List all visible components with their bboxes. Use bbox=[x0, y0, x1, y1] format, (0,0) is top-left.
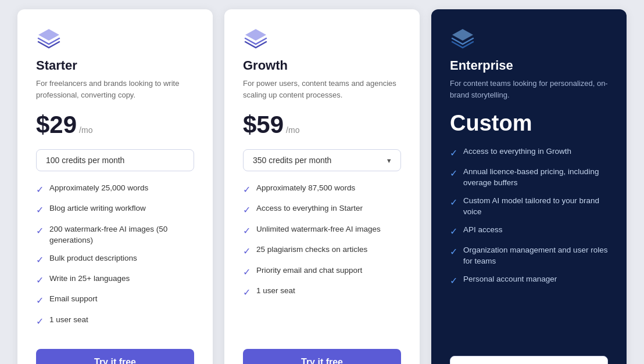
feature-text: Blog article writing workflow bbox=[49, 203, 146, 214]
check-icon: ✓ bbox=[450, 275, 457, 287]
check-icon: ✓ bbox=[36, 274, 44, 287]
check-icon: ✓ bbox=[36, 225, 44, 237]
growth-icon bbox=[243, 28, 269, 49]
check-icon: ✓ bbox=[450, 147, 457, 160]
feature-text: Unlimited watermark-free AI images bbox=[256, 224, 381, 235]
check-icon: ✓ bbox=[243, 286, 251, 299]
list-item: ✓Blog article writing workflow bbox=[36, 203, 194, 217]
growth-features-list: ✓Approximately 87,500 words✓Access to ev… bbox=[243, 183, 401, 335]
feature-text: Access to everything in Growth bbox=[463, 146, 571, 157]
check-icon: ✓ bbox=[36, 183, 44, 196]
enterprise-price-container: Custom bbox=[450, 111, 608, 136]
feature-text: Custom AI model tailored to your brand v… bbox=[463, 196, 608, 218]
growth-name: Growth bbox=[243, 58, 401, 73]
check-icon: ✓ bbox=[243, 266, 251, 279]
enterprise-icon bbox=[450, 28, 475, 49]
list-item: ✓Personal account manager bbox=[450, 274, 608, 287]
enterprise-desc: For content teams looking for personaliz… bbox=[450, 78, 608, 100]
chevron-down-icon: ▾ bbox=[387, 156, 391, 165]
starter-price-container: $29/mo bbox=[36, 111, 194, 139]
starter-credits-box: 100 credits per month bbox=[36, 149, 194, 171]
feature-text: Priority email and chat support bbox=[256, 265, 362, 276]
feature-text: Approximately 87,500 words bbox=[256, 183, 355, 194]
list-item: ✓25 plagiarism checks on articles bbox=[243, 244, 401, 258]
growth-price-container: $59/mo bbox=[243, 111, 401, 139]
enterprise-cta-button[interactable]: Book a demo bbox=[450, 356, 608, 364]
enterprise-price-amount: Custom bbox=[450, 111, 532, 136]
growth-credits-dropdown[interactable]: 350 credits per month▾ bbox=[243, 149, 401, 171]
feature-text: Bulk product descriptions bbox=[49, 253, 137, 264]
list-item: ✓1 user seat bbox=[36, 315, 194, 328]
list-item: ✓Access to everything in Growth bbox=[450, 146, 608, 160]
list-item: ✓Write in 25+ languages bbox=[36, 273, 194, 287]
feature-text: API access bbox=[463, 225, 503, 236]
check-icon: ✓ bbox=[243, 204, 251, 217]
feature-text: Write in 25+ languages bbox=[49, 273, 130, 284]
enterprise-features-list: ✓Access to everything in Growth✓Annual l… bbox=[450, 146, 608, 342]
feature-text: Email support bbox=[49, 294, 98, 305]
list-item: ✓1 user seat bbox=[243, 286, 401, 299]
list-item: ✓Approximately 87,500 words bbox=[243, 183, 401, 196]
check-icon: ✓ bbox=[450, 196, 457, 209]
feature-text: Annual licence-based pricing, including … bbox=[463, 167, 608, 189]
list-item: ✓Approximately 25,000 words bbox=[36, 183, 194, 196]
check-icon: ✓ bbox=[243, 225, 251, 237]
list-item: ✓Email support bbox=[36, 294, 194, 307]
starter-price-amount: $29 bbox=[36, 111, 77, 139]
starter-desc: For freelancers and brands looking to wr… bbox=[36, 78, 194, 100]
list-item: ✓Custom AI model tailored to your brand … bbox=[450, 196, 608, 218]
list-item: ✓Organization management and user roles … bbox=[450, 245, 608, 267]
starter-icon bbox=[36, 28, 62, 49]
starter-features-list: ✓Approximately 25,000 words✓Blog article… bbox=[36, 183, 194, 335]
growth-cta-button[interactable]: Try it free bbox=[243, 349, 401, 364]
feature-text: 200 watermark-free AI images (50 generat… bbox=[49, 224, 194, 246]
check-icon: ✓ bbox=[36, 294, 44, 307]
list-item: ✓Access to everything in Starter bbox=[243, 203, 401, 217]
list-item: ✓200 watermark-free AI images (50 genera… bbox=[36, 224, 194, 246]
check-icon: ✓ bbox=[243, 245, 251, 258]
enterprise-name: Enterprise bbox=[450, 58, 608, 73]
list-item: ✓Annual licence-based pricing, including… bbox=[450, 167, 608, 189]
growth-price-mo: /mo bbox=[286, 125, 299, 135]
plan-card-growth: GrowthFor power users, content teams and… bbox=[224, 9, 420, 364]
starter-price-mo: /mo bbox=[79, 125, 92, 135]
list-item: ✓Priority email and chat support bbox=[243, 265, 401, 279]
check-icon: ✓ bbox=[450, 167, 457, 180]
feature-text: Personal account manager bbox=[463, 274, 557, 285]
growth-desc: For power users, content teams and agenc… bbox=[243, 78, 401, 100]
feature-text: 25 plagiarism checks on articles bbox=[256, 244, 367, 255]
check-icon: ✓ bbox=[243, 183, 251, 196]
growth-credits-label: 350 credits per month bbox=[253, 156, 331, 165]
check-icon: ✓ bbox=[36, 204, 44, 217]
list-item: ✓Bulk product descriptions bbox=[36, 253, 194, 266]
check-icon: ✓ bbox=[450, 225, 457, 238]
pricing-container: StarterFor freelancers and brands lookin… bbox=[0, 0, 644, 364]
starter-cta-button[interactable]: Try it free bbox=[36, 349, 194, 364]
feature-text: Approximately 25,000 words bbox=[49, 183, 148, 194]
plan-card-enterprise: EnterpriseFor content teams looking for … bbox=[431, 9, 627, 364]
feature-text: Access to everything in Starter bbox=[256, 203, 363, 214]
check-icon: ✓ bbox=[36, 254, 44, 266]
starter-name: Starter bbox=[36, 58, 194, 73]
list-item: ✓API access bbox=[450, 225, 608, 238]
feature-text: 1 user seat bbox=[49, 315, 88, 326]
check-icon: ✓ bbox=[36, 315, 44, 328]
list-item: ✓Unlimited watermark-free AI images bbox=[243, 224, 401, 237]
plan-card-starter: StarterFor freelancers and brands lookin… bbox=[17, 9, 213, 364]
feature-text: Organization management and user roles f… bbox=[463, 245, 608, 267]
feature-text: 1 user seat bbox=[256, 286, 295, 297]
check-icon: ✓ bbox=[450, 246, 457, 258]
growth-price-amount: $59 bbox=[243, 111, 284, 139]
